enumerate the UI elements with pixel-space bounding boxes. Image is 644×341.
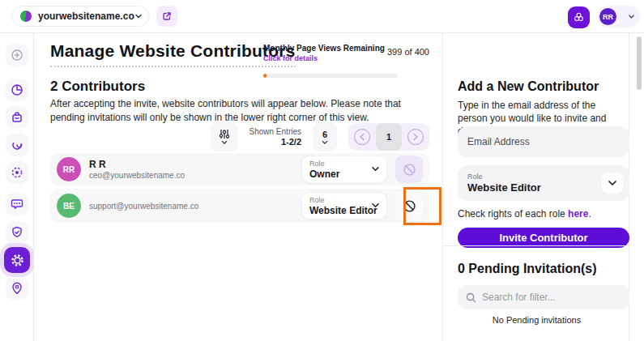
user-avatar: RR [599,8,616,25]
shown-entries-value: 1-2/2 [249,137,301,147]
chat-bubble-icon [11,198,23,211]
shown-entries-label: Shown Entries [249,127,301,136]
sidebar-item-design[interactable] [6,134,28,156]
sidebar-item-analytics[interactable] [6,79,28,101]
page-size-dropdown[interactable]: 6 [313,122,337,151]
filter-button[interactable] [211,122,238,151]
page-title: Manage Website Contributors [50,41,296,67]
chevron-down-icon [371,166,380,173]
site-selector-dropdown[interactable]: yourwebsitename.co [11,6,150,27]
apps-button[interactable] [568,6,590,28]
role-label: Role [467,173,594,181]
role-value: Website Editor [309,205,369,216]
sidebar-item-location[interactable] [6,277,28,300]
role-rights-note: Check rights of each role here. [458,208,591,220]
add-contributor-heading: Add a New Contributor [458,79,599,94]
sidebar-item-privacy[interactable] [6,221,28,244]
previous-page-button[interactable] [353,128,371,146]
chevron-down-icon [221,140,228,145]
role-dropdown[interactable]: Role Website Editor [301,192,387,220]
external-link-icon [162,11,172,21]
page-views-value: 399 of 400 [387,47,429,57]
rights-link[interactable]: here [568,208,588,220]
no-pending-invitations-text: No Pending invitations [443,315,630,325]
analytics-pie-icon [11,83,23,96]
add-site-icon [11,49,23,62]
sidebar-item-store[interactable] [6,106,28,129]
capture-focus-icon [11,166,23,179]
open-site-button[interactable] [156,6,177,27]
contributor-identity: support@yourwebsitename.co [89,201,198,211]
right-panel: Add a New Contributor Type in the email … [442,33,629,341]
contributor-avatar: RR [57,157,81,181]
block-icon [403,199,416,213]
pending-invitations-heading: 0 Pending Invitation(s) [458,262,597,276]
chevron-down-icon [371,202,380,209]
contributors-heading: 2 Contributors [50,79,145,95]
rights-text: Check rights of each role [458,208,568,220]
main-content: Manage Website Contributors Monthly Page… [34,33,442,341]
shield-check-icon [11,226,23,239]
next-page-button[interactable] [407,128,424,146]
chevron-down-icon [322,140,328,145]
chevron-down-icon [628,13,635,20]
sidebar-item-add-site[interactable] [6,44,28,66]
site-favicon-icon [20,11,32,22]
filter-sliders-icon [219,129,230,139]
top-bar: yourwebsitename.co RR [0,0,644,33]
current-page[interactable]: 1 [376,123,402,151]
contributor-email: ceo@yourwebsitename.co [89,171,185,180]
new-contributor-role-dropdown[interactable]: Role Website Editor [458,165,629,201]
contributor-row: BE support@yourwebsitename.co Role Websi… [50,189,429,223]
shown-entries: Shown Entries 1-2/2 [249,127,301,147]
contributor-name: R R [89,159,185,170]
location-pin-icon [11,282,23,295]
search-filter-input[interactable] [482,292,621,303]
sidebar [0,33,34,341]
role-label: Role [309,160,369,168]
sidebar-item-settings[interactable] [4,247,30,273]
remove-contributor-button [395,156,423,183]
page-views-progress-fill [263,74,267,78]
email-field[interactable] [458,126,629,157]
page-views-widget: Monthly Page Views Remaining Click for d… [263,44,429,62]
settings-gear-icon [11,254,24,267]
page-views-progress-bar [263,74,398,78]
pagination: 1 [348,123,429,151]
pending-search [458,285,629,309]
sidebar-item-comments[interactable] [6,193,28,215]
contributors-description: After accepting the invite, website cont… [50,97,433,125]
apps-flower-icon [573,11,585,23]
page-size-value: 6 [322,130,327,139]
design-swirl-icon [11,139,23,151]
search-icon [466,292,476,303]
contributor-identity: R R ceo@yourwebsitename.co [89,159,185,180]
scrollbar-thumb[interactable] [637,36,642,90]
remove-contributor-button[interactable] [395,192,423,220]
store-bag-icon [11,111,23,124]
contributor-avatar: BE [57,194,81,218]
chevron-down-icon [602,173,623,194]
table-controls: Shown Entries 1-2/2 6 1 [50,122,429,151]
site-name: yourwebsitename.co [38,11,134,22]
contributor-email: support@yourwebsitename.co [89,202,198,211]
block-icon [403,163,416,177]
sidebar-item-capture[interactable] [6,161,28,184]
role-value: Owner [309,168,369,180]
role-dropdown[interactable]: Role Owner [301,156,387,183]
role-value: Website Editor [467,181,594,194]
rights-period: . [588,208,591,220]
chevron-down-icon [134,12,143,20]
panel-divider [443,245,630,246]
role-label: Role [309,196,369,204]
contributor-row: RR R R ceo@yourwebsitename.co Role Owner [50,153,429,185]
user-menu[interactable]: RR [597,6,640,28]
